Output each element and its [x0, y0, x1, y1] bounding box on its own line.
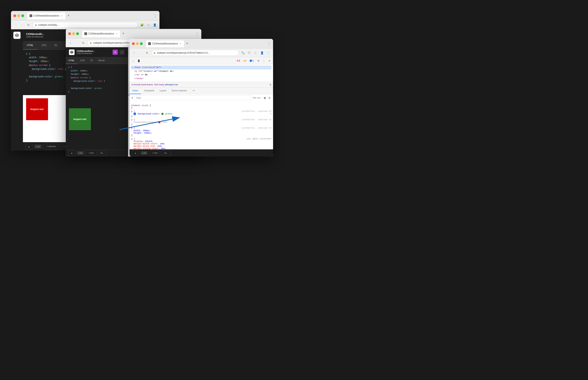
breadcrumb-arrow-3: ◀: [131, 83, 133, 86]
checkbox-green-3[interactable]: ✓: [133, 113, 136, 115]
inspect-text-1: Inspect me!: [31, 108, 44, 111]
add-rule-btn-3[interactable]: +: [270, 113, 272, 115]
new-tab-button-2[interactable]: +: [122, 32, 124, 36]
tab-js-1[interactable]: JS: [50, 41, 61, 50]
pen-info-1: CSSNestedD... Sofia Emelianova: [26, 33, 44, 38]
reload-button-2[interactable]: ↻: [81, 40, 86, 45]
url-box-3[interactable]: 🔒 codepen.io/sofiayem/pen/yLmYEmZ?editor…: [151, 50, 239, 56]
star-button-1[interactable]: ☆: [146, 22, 151, 27]
style-rule-green-3: p { yLmYEmZ?ano...ue&view=:35 ✓ backgrou…: [131, 110, 272, 117]
export-button-2[interactable]: Ex...: [98, 150, 107, 156]
color-swatch-red-3: [158, 121, 161, 123]
maximize-button-1[interactable]: [21, 14, 24, 17]
heart-button-2[interactable]: ♥: [113, 50, 118, 55]
dt-tab-layout-3[interactable]: Layout: [157, 87, 169, 94]
address-bar-1: ‹ › ↻ 🔒 codepen.io/sofiay... 🧩 ☆ 👤: [11, 20, 160, 29]
bottom-bar-2: ▲ 1.0x ⑂ Fork Ex...: [66, 149, 128, 156]
minimize-button-1[interactable]: [17, 14, 20, 17]
codepen-sidebar-1: [11, 29, 23, 151]
inspect-box-2[interactable]: Inspect me!: [69, 108, 91, 130]
tab-close-2[interactable]: ✕: [115, 32, 118, 35]
fork-button-3[interactable]: ⑂ Fork: [149, 150, 160, 156]
active-tab-3[interactable]: CSSNestedDeclarations ✕: [146, 40, 184, 47]
dt-tab-eventlisteners-3[interactable]: Event Listeners: [169, 87, 190, 94]
close-button-2[interactable]: [68, 32, 71, 35]
new-tab-button-1[interactable]: +: [67, 14, 70, 18]
color-swatch-green-3: [162, 113, 164, 115]
zoom-icon-3[interactable]: 🔍: [240, 50, 245, 55]
minimize-button-3[interactable]: [136, 42, 139, 45]
minimize-button-2[interactable]: [72, 32, 75, 35]
filter-icon-3: ▼: [131, 97, 133, 99]
back-button-1[interactable]: ‹: [13, 22, 18, 27]
forward-button-2[interactable]: ›: [74, 40, 79, 45]
collapse-button-3[interactable]: ▲: [132, 150, 139, 156]
collapse-button-2[interactable]: ▲: [68, 150, 75, 156]
favicon-2: [84, 32, 87, 35]
reload-button-3[interactable]: ↻: [145, 50, 149, 55]
more-icon-3[interactable]: ⋮: [262, 59, 266, 63]
dt-tab-styles-3[interactable]: Styles: [129, 87, 141, 94]
filter-input-3[interactable]: [134, 95, 251, 100]
extensions-button-1[interactable]: 🧩: [140, 22, 144, 27]
forward-button-1[interactable]: ›: [20, 22, 24, 27]
menu-dots-3[interactable]: ⋮: [267, 41, 271, 46]
collection-button-1[interactable]: ↗ ollection: [43, 144, 59, 149]
profile-button-3[interactable]: 👤: [259, 50, 264, 55]
device-icon-3[interactable]: 📱: [137, 59, 141, 63]
filter-icon-a-3[interactable]: ▣: [263, 96, 267, 100]
export-button-3[interactable]: Ex...: [162, 150, 171, 156]
close-button-3[interactable]: [132, 42, 135, 45]
codepen-header-2: CSSNestedDecl... Sofia Emelianova ♥ ≡: [66, 47, 128, 57]
menu-dots-2[interactable]: ⋮: [195, 32, 199, 36]
inspect-box-1[interactable]: Inspect me!: [26, 98, 48, 120]
back-button-3[interactable]: ‹: [132, 50, 137, 55]
style-rule-wh-3: p { yLmYEmZ?ano...ue&view=:29 width: 100…: [131, 127, 272, 136]
url-box-1[interactable]: 🔒 codepen.io/sofiay...: [33, 22, 138, 28]
fork-button-2[interactable]: ⑂ Fork: [86, 150, 96, 156]
dt-tab-computed-3[interactable]: Computed: [141, 87, 157, 94]
tab-result-2[interactable]: Result: [95, 57, 107, 64]
tab-js-2[interactable]: JS: [88, 57, 96, 64]
active-tab-1[interactable]: CSSNestedDeclarations ✕: [27, 12, 66, 19]
tab-css-1[interactable]: CSS: [37, 41, 50, 50]
new-tab-button-3[interactable]: +: [186, 41, 188, 46]
inspect-text-2: Inspect me!: [73, 118, 87, 121]
maximize-button-3[interactable]: [140, 42, 143, 45]
devtools-badges-3: ✕ 1 ⚠ 2 🔵 1: [236, 59, 255, 62]
tab-close-3[interactable]: ✕: [179, 42, 182, 45]
favicon-3: [148, 42, 151, 45]
menu-button-3[interactable]: ⋮: [266, 50, 271, 55]
filter-icon-b-3[interactable]: ⊞: [268, 96, 272, 100]
profile-button-1[interactable]: 👤: [152, 22, 157, 27]
zoom-level-3: 1.0x: [141, 151, 148, 155]
traffic-lights-1: [13, 14, 24, 17]
dt-tab-more-3[interactable]: >>: [190, 87, 198, 94]
list-button-2[interactable]: ≡: [119, 50, 125, 55]
reload-button-1[interactable]: ↻: [26, 22, 31, 27]
maximize-button-2[interactable]: [76, 32, 79, 35]
shield-icon-3[interactable]: 🛡: [247, 50, 252, 55]
tab-css-2[interactable]: CSS: [77, 57, 88, 64]
inspector-icon-3[interactable]: ⬚: [131, 59, 135, 63]
forward-button-3[interactable]: ›: [138, 50, 143, 55]
star-button-3[interactable]: ☆: [253, 50, 258, 55]
tab-html-2[interactable]: HTML: [66, 57, 77, 64]
tab-html-1[interactable]: HTML: [23, 41, 37, 50]
pen-title-1: CSSNestedD...: [26, 33, 44, 36]
code-editor-2: p { width: 100px; height: 100px; @media …: [66, 64, 128, 105]
tab-close-1[interactable]: ✕: [60, 14, 63, 17]
lock-icon-2: 🔒: [90, 42, 92, 44]
codepen-logo-1[interactable]: [13, 32, 20, 39]
active-tab-2[interactable]: CSSNestedDeclarations ✕: [82, 30, 121, 37]
zoom-level-2: 1.0x: [77, 151, 84, 155]
breadcrumb-p-3: p#inspect-me: [165, 83, 178, 86]
collapse-button-1[interactable]: ▲: [25, 144, 33, 149]
back-button-2[interactable]: ‹: [68, 40, 73, 45]
close-button-1[interactable]: [13, 14, 16, 17]
close-devtools-3[interactable]: ✕: [268, 59, 272, 63]
info-badge-3: 🔵 1: [248, 59, 255, 62]
settings-icon-3[interactable]: ⚙: [256, 59, 260, 63]
menu-dots-1[interactable]: ⋮: [153, 14, 157, 18]
codepen-logo-2: [69, 49, 74, 55]
